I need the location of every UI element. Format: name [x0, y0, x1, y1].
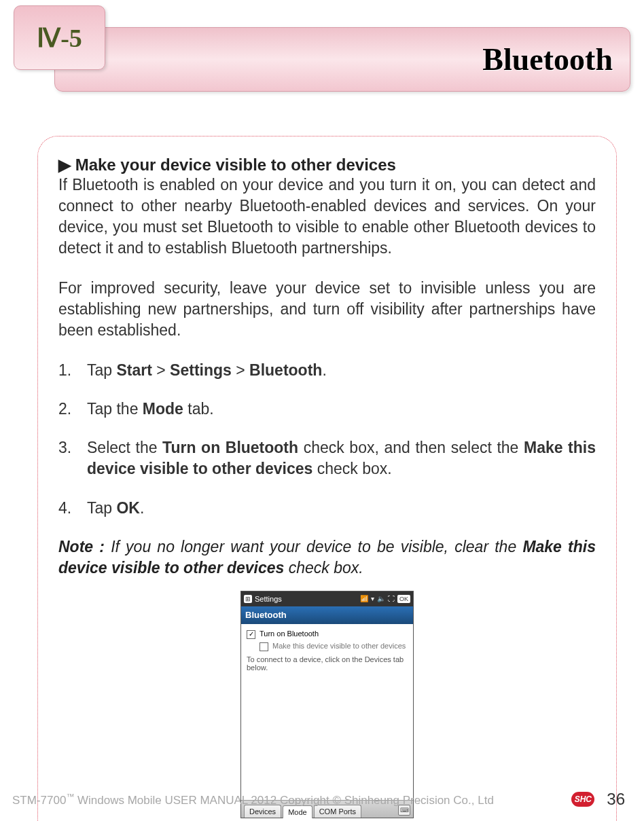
note-label: Note : — [58, 538, 105, 555]
page-footer: STM-7700™ Windows Mobile USER MANUAL 201… — [0, 790, 644, 809]
antenna-icon: ▾ — [371, 595, 374, 602]
step-3: Select the Turn on Bluetooth check box, … — [58, 437, 596, 479]
section-number-tab: Ⅳ-5 — [14, 5, 105, 70]
bold-settings: Settings — [170, 361, 232, 379]
text: . — [140, 499, 144, 517]
checkbox-make-visible — [260, 642, 268, 651]
device-screen-title: Bluetooth — [241, 606, 413, 624]
start-icon: ⊞ — [244, 595, 252, 603]
footer-copyright: STM-7700™ Windows Mobile USER MANUAL 201… — [12, 792, 571, 807]
text: > — [152, 361, 170, 379]
note-paragraph: Note : If you no longer want your device… — [58, 536, 596, 579]
checkbox-turn-on-bluetooth: ✓ — [247, 630, 255, 639]
device-screenshot: ⊞ Settings 📶 ▾ 🔈 ⛶ OK Bluetooth ✓ Turn o… — [240, 591, 414, 818]
text: Select the — [87, 439, 162, 456]
text: Tap — [87, 499, 116, 517]
trademark-icon: ™ — [66, 792, 74, 801]
bold-ok: OK — [116, 499, 140, 517]
checkbox-label-turn-on: Turn on Bluetooth — [260, 630, 319, 638]
content-panel: ▶ Make your device visible to other devi… — [37, 136, 617, 821]
volume-icon: 🔈 — [377, 595, 385, 602]
text: Tap the — [87, 400, 143, 418]
step-2: Tap the Mode tab. — [58, 399, 596, 420]
signal-icon: 📶 — [360, 595, 368, 602]
ok-button: OK — [397, 595, 410, 603]
bold-start: Start — [116, 361, 151, 379]
paragraph-1: If Bluetooth is enabled on your device a… — [58, 175, 596, 259]
page-title-bar: Bluetooth — [54, 27, 630, 92]
statusbar-title: Settings — [255, 595, 282, 603]
page-number: 36 — [607, 790, 625, 809]
text: check box, and then select the — [298, 439, 524, 456]
section-number: Ⅳ-5 — [37, 23, 82, 53]
page-title: Bluetooth — [482, 41, 613, 77]
step-1: Tap Start > Settings > Bluetooth. — [58, 360, 596, 381]
text: > — [232, 361, 249, 379]
section-heading: ▶ Make your device visible to other devi… — [58, 156, 596, 175]
step-4: Tap OK. — [58, 498, 596, 519]
footer-text: Windows Mobile USER MANUAL 2012 Copyrigh… — [74, 793, 494, 806]
steps-list: Tap Start > Settings > Bluetooth. Tap th… — [58, 360, 596, 518]
checkbox-label-make-visible: Make this device visible to other device… — [272, 642, 406, 650]
paragraph-2: For improved security, leave your device… — [58, 278, 596, 341]
note-text: check box. — [284, 559, 363, 577]
text: Tap — [87, 361, 116, 379]
device-hint-text: To connect to a device, click on the Dev… — [247, 655, 408, 672]
text: check box. — [312, 460, 391, 477]
device-statusbar: ⊞ Settings 📶 ▾ 🔈 ⛶ OK — [241, 591, 413, 606]
bold-bluetooth: Bluetooth — [249, 361, 322, 379]
expand-icon: ⛶ — [388, 595, 395, 602]
note-text: If you no longer want your device to be … — [105, 538, 522, 555]
footer-model: STM-7700 — [12, 793, 66, 806]
text: tab. — [183, 400, 214, 418]
text: . — [322, 361, 326, 379]
bold-mode: Mode — [143, 400, 183, 418]
shc-logo: SHC — [571, 792, 594, 807]
device-screen-body: ✓ Turn on Bluetooth Make this device vis… — [241, 624, 413, 800]
bold-turn-on: Turn on Bluetooth — [162, 439, 298, 456]
